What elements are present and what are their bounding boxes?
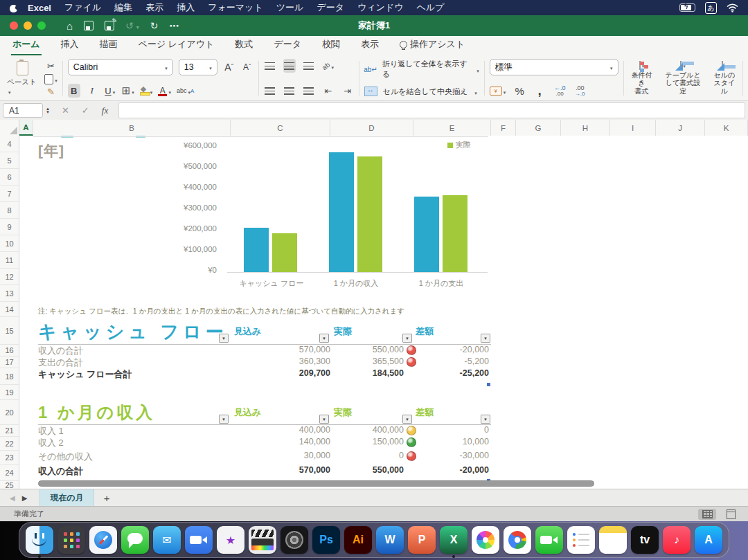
- enter-icon[interactable]: [82, 105, 89, 116]
- filter-button[interactable]: ▼: [319, 415, 329, 424]
- align-top-button[interactable]: [264, 59, 276, 73]
- name-box[interactable]: A1: [3, 103, 43, 118]
- zoom-window-button[interactable]: [37, 21, 46, 30]
- row-header-10[interactable]: 10: [0, 235, 19, 252]
- column-header-B[interactable]: B: [33, 120, 231, 136]
- row-header-23[interactable]: 23: [0, 451, 19, 465]
- row-header-6[interactable]: 6: [0, 169, 19, 186]
- menu-item-5[interactable]: フォーマット: [208, 1, 263, 14]
- format-painter-button[interactable]: [44, 85, 57, 98]
- column-header-K[interactable]: K: [705, 120, 748, 136]
- ribbon-tab-5[interactable]: データ: [272, 38, 303, 55]
- sheet-tab-current-month[interactable]: 現在の月: [39, 489, 93, 507]
- close-window-button[interactable]: [10, 21, 18, 30]
- increase-font-size-button[interactable]: [223, 60, 235, 74]
- dock-zoom-icon[interactable]: [185, 526, 213, 554]
- chart-bar-実際[interactable]: [357, 156, 382, 272]
- column-header-I[interactable]: I: [610, 120, 656, 136]
- menu-item-9[interactable]: ヘルプ: [416, 1, 444, 14]
- row-header-22[interactable]: 22: [0, 437, 19, 451]
- dock-launchpad-icon[interactable]: [57, 526, 85, 554]
- row-header-13[interactable]: 13: [0, 285, 19, 302]
- text-orientation-button[interactable]: [322, 59, 335, 73]
- row-header-8[interactable]: 8: [0, 202, 19, 219]
- font-name-select[interactable]: Calibri: [68, 59, 173, 75]
- chart-bar-実際[interactable]: [443, 195, 467, 272]
- name-box-stepper[interactable]: ▲▼: [46, 107, 50, 114]
- save-as-icon[interactable]: [105, 21, 114, 30]
- dock-disk-utility-icon[interactable]: [280, 526, 308, 554]
- ribbon-tab-2[interactable]: 描画: [98, 38, 119, 55]
- formula-input[interactable]: [118, 102, 745, 118]
- align-right-button[interactable]: [303, 84, 315, 98]
- ribbon-tab-8[interactable]: 操作アシスト: [398, 38, 466, 55]
- dock-notes-icon[interactable]: [599, 526, 627, 554]
- prev-sheet-icon[interactable]: ◀: [10, 494, 15, 502]
- input-method-icon[interactable]: あ: [705, 2, 717, 14]
- insert-function-icon[interactable]: [102, 105, 108, 116]
- chart-bar-実際[interactable]: [272, 233, 297, 272]
- filter-button[interactable]: ▼: [481, 334, 490, 343]
- normal-view-icon[interactable]: [698, 509, 716, 520]
- redo-icon[interactable]: [150, 20, 159, 31]
- row-header-25[interactable]: 25: [0, 481, 19, 489]
- align-left-button[interactable]: [264, 84, 276, 98]
- wifi-icon[interactable]: [727, 3, 738, 12]
- ribbon-tab-3[interactable]: ページ レイアウト: [137, 38, 216, 55]
- filter-button[interactable]: ▼: [481, 415, 490, 424]
- filter-button[interactable]: ▼: [219, 334, 229, 343]
- format-as-table-button[interactable]: テーブルとして書式設定: [664, 62, 703, 95]
- dock-photoshop-icon[interactable]: Ps: [312, 526, 340, 554]
- percent-style-button[interactable]: [513, 84, 526, 98]
- cancel-icon[interactable]: [62, 105, 69, 116]
- dock-app-store-icon[interactable]: A: [695, 526, 722, 554]
- chart-bar-見込み[interactable]: [329, 152, 354, 272]
- row-header-21[interactable]: 21: [0, 425, 19, 437]
- paste-button[interactable]: ペースト: [4, 59, 40, 98]
- italic-button[interactable]: [86, 84, 98, 98]
- wrap-text-button[interactable]: 折り返して全体を表示する: [382, 59, 470, 80]
- font-size-select[interactable]: 13: [179, 59, 217, 75]
- more-icon[interactable]: [169, 20, 179, 31]
- increase-indent-button[interactable]: [341, 84, 354, 98]
- row-header-5[interactable]: 5: [0, 152, 19, 169]
- row-header-15[interactable]: 15: [0, 317, 19, 345]
- conditional-formatting-button[interactable]: 条件付き書式: [629, 62, 655, 95]
- column-header-J[interactable]: J: [656, 120, 705, 136]
- horizontal-scrollbar[interactable]: [38, 480, 594, 487]
- align-center-button[interactable]: [283, 84, 296, 98]
- dock-powerpoint-icon[interactable]: P: [408, 526, 436, 554]
- filter-button[interactable]: ▼: [319, 334, 329, 343]
- copy-button[interactable]: [44, 73, 57, 86]
- dock-finder-icon[interactable]: [26, 526, 53, 554]
- dock-final-cut-pro-icon[interactable]: [249, 526, 276, 554]
- dock-apple-tv-icon[interactable]: tv: [631, 526, 659, 554]
- ribbon-tab-4[interactable]: 数式: [233, 38, 254, 55]
- row-header-4[interactable]: 4: [0, 136, 19, 152]
- dock-word-icon[interactable]: W: [376, 526, 404, 554]
- column-header-E[interactable]: E: [413, 120, 491, 136]
- borders-button[interactable]: [122, 84, 134, 98]
- menu-item-6[interactable]: ツール: [276, 1, 304, 14]
- filter-button[interactable]: ▼: [402, 334, 412, 343]
- increase-decimal-button[interactable]: [553, 84, 566, 98]
- column-header-A[interactable]: A: [19, 120, 33, 136]
- dock-messages-icon[interactable]: [121, 526, 149, 554]
- font-color-button[interactable]: [158, 84, 171, 98]
- dock-facetime-icon[interactable]: [535, 526, 563, 554]
- ribbon-tab-6[interactable]: 校閲: [321, 38, 341, 55]
- apple-logo-icon[interactable]: [10, 3, 18, 12]
- underline-button[interactable]: [104, 84, 116, 98]
- bold-button[interactable]: [68, 84, 80, 98]
- filter-button[interactable]: ▼: [402, 415, 412, 424]
- decrease-font-size-button[interactable]: [241, 60, 253, 74]
- number-format-select[interactable]: 標準: [490, 59, 618, 75]
- accounting-format-button[interactable]: [490, 84, 506, 98]
- minimize-window-button[interactable]: [24, 21, 32, 30]
- align-middle-button[interactable]: [283, 59, 296, 73]
- merge-center-button[interactable]: セルを結合して中央揃え: [383, 87, 468, 97]
- page-layout-view-icon[interactable]: [722, 509, 740, 520]
- row-header-9[interactable]: 9: [0, 219, 19, 235]
- menu-item-0[interactable]: Excel: [28, 3, 51, 13]
- dock-imovie-icon[interactable]: ★: [217, 526, 244, 554]
